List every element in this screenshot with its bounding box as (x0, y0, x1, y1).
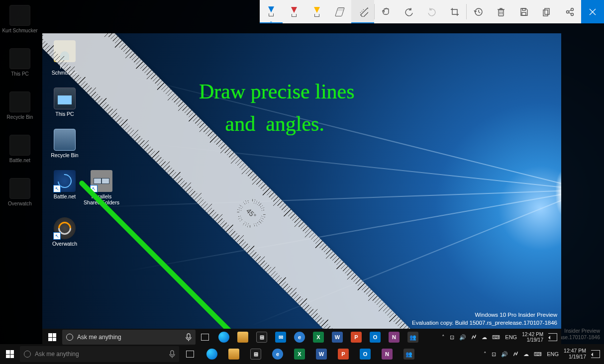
mic-icon (186, 333, 192, 341)
svg-rect-0 (361, 7, 368, 16)
hand-icon (381, 6, 392, 17)
ruler-tool[interactable] (351, 0, 374, 23)
app-powerpoint[interactable]: P (347, 329, 366, 346)
delete-button[interactable] (490, 0, 512, 23)
tray-volume-icon[interactable]: 🔊 (459, 334, 466, 341)
app-onenote[interactable]: N (385, 329, 403, 346)
screen-sketch-canvas[interactable]: Kurt Schmucker This PC Recycle Bin Battl… (42, 33, 561, 346)
history-button[interactable] (467, 0, 490, 23)
app-word[interactable]: W (310, 344, 332, 364)
search-placeholder: Ask me anything (35, 351, 79, 358)
save-icon (519, 7, 529, 17)
svg-rect-9 (522, 8, 525, 10)
app-ie[interactable]: e (267, 344, 289, 364)
tray-chevron-icon[interactable]: ˄ (484, 351, 487, 358)
save-button[interactable] (512, 0, 535, 23)
outer-taskbar-clock[interactable]: 12:47 PM 1/19/17 (564, 348, 586, 360)
undo-icon (404, 7, 414, 17)
inner-taskbar: Ask me anything ⊞ ✉ e X W P O N 👥 ˄ ⊡ 🔊 … (42, 329, 561, 346)
app-file-explorer[interactable] (223, 344, 245, 364)
tray-lang[interactable]: ENG (505, 334, 517, 340)
app-edge[interactable] (214, 329, 233, 346)
eraser-tool[interactable] (328, 0, 351, 23)
tray-onedrive-icon[interactable]: ☁ (482, 334, 487, 341)
desktop-icon-this-pc[interactable]: This PC (46, 88, 83, 117)
outer-action-center-icon[interactable] (591, 350, 600, 358)
history-icon (473, 7, 483, 17)
desktop-icon-overwatch[interactable]: Overwatch (46, 217, 83, 247)
svg-line-17 (569, 12, 571, 14)
svg-line-2 (362, 11, 362, 11)
svg-line-16 (569, 10, 571, 11)
app-edge[interactable] (201, 344, 223, 364)
app-people[interactable]: 👥 (398, 344, 420, 364)
screen-sketch-toolbar (260, 0, 604, 23)
copy-button[interactable] (535, 0, 558, 23)
task-view-button[interactable] (179, 344, 201, 364)
tray-keyboard-icon[interactable]: ⌨ (492, 334, 500, 341)
app-outlook[interactable]: O (366, 329, 385, 346)
cortana-icon (66, 334, 73, 341)
tray-volume-icon[interactable]: 🔊 (501, 351, 508, 358)
outer-start-button[interactable] (0, 344, 20, 364)
app-excel[interactable]: X (289, 344, 310, 364)
action-center-icon[interactable] (548, 333, 557, 341)
outer-cortana-search[interactable]: Ask me anything (20, 346, 179, 362)
ruler-angle-indicator: 45° (231, 193, 272, 234)
svg-point-13 (567, 10, 569, 13)
svg-rect-10 (522, 12, 526, 15)
app-ie[interactable]: e (290, 329, 309, 346)
tray-chevron-icon[interactable]: ˄ (442, 334, 445, 341)
svg-point-15 (571, 13, 574, 15)
crop-icon (450, 7, 460, 17)
desktop-icon-recycle-bin[interactable]: Recycle Bin (46, 129, 83, 158)
undo-button[interactable] (398, 0, 420, 23)
close-icon (588, 7, 597, 16)
cortana-icon (24, 351, 31, 358)
taskbar-apps: ⊞ ✉ e X W P O N 👥 (196, 329, 422, 346)
app-mail[interactable]: ✉ (271, 329, 290, 346)
tray-keyboard-icon[interactable]: ⌨ (534, 351, 542, 358)
app-store[interactable]: ⊞ (252, 329, 271, 346)
app-store[interactable]: ⊞ (245, 344, 267, 364)
backdrop-watermark: Insider Preview ase.170107-1846 (559, 328, 600, 341)
cortana-search[interactable]: Ask me anything (62, 330, 196, 345)
redo-button[interactable] (420, 0, 443, 23)
svg-rect-11 (545, 8, 549, 14)
system-tray[interactable]: ˄ ⊡ 🔊 🗲 ☁ ⌨ ENG 12:42 PM 1/19/17 (438, 332, 561, 343)
mic-icon (169, 350, 175, 358)
close-button[interactable] (581, 0, 604, 23)
outer-taskbar: Ask me anything ⊞ e X W P O N 👥 ˄ ⊡ 🔊 🗲 … (0, 344, 604, 364)
ruler-icon (357, 6, 368, 17)
app-powerpoint[interactable]: P (332, 344, 354, 364)
taskbar-clock[interactable]: 12:42 PM 1/19/17 (522, 332, 543, 343)
pen-blue[interactable] (260, 0, 283, 23)
tray-lang[interactable]: ENG (547, 351, 559, 357)
desktop-icon-battlenet[interactable]: Battle.net (46, 170, 83, 205)
share-icon (565, 7, 575, 17)
crop-button[interactable] (443, 0, 466, 23)
start-button[interactable] (42, 327, 62, 346)
tray-network-icon[interactable]: ⊡ (450, 334, 454, 341)
touch-writing-tool[interactable] (375, 0, 398, 23)
tray-battery-icon[interactable]: 🗲 (471, 334, 477, 340)
outer-system-tray[interactable]: ˄ ⊡ 🔊 🗲 ☁ ⌨ ENG 12:47 PM 1/19/17 (480, 348, 604, 360)
handwriting-annotation: Draw precise lines and angles. (199, 76, 355, 140)
backdrop-desktop-icons: Kurt Schmucker This PC Recycle Bin Battl… (0, 5, 40, 206)
task-view-button[interactable] (196, 329, 214, 346)
tray-onedrive-icon[interactable]: ☁ (523, 351, 529, 358)
app-people[interactable]: 👥 (403, 329, 422, 346)
app-outlook[interactable]: O (354, 344, 376, 364)
app-onenote[interactable]: N (376, 344, 398, 364)
search-placeholder: Ask me anything (77, 334, 121, 341)
app-file-explorer[interactable] (233, 329, 252, 346)
pen-yellow[interactable] (305, 0, 328, 23)
tray-battery-icon[interactable]: 🗲 (513, 351, 518, 357)
tray-network-icon[interactable]: ⊡ (492, 351, 496, 358)
pen-red[interactable] (283, 0, 305, 23)
outer-taskbar-apps: ⊞ e X W P O N 👥 (179, 344, 420, 364)
svg-line-1 (360, 12, 361, 13)
app-excel[interactable]: X (309, 329, 328, 346)
share-button[interactable] (558, 0, 581, 23)
app-word[interactable]: W (328, 329, 347, 346)
